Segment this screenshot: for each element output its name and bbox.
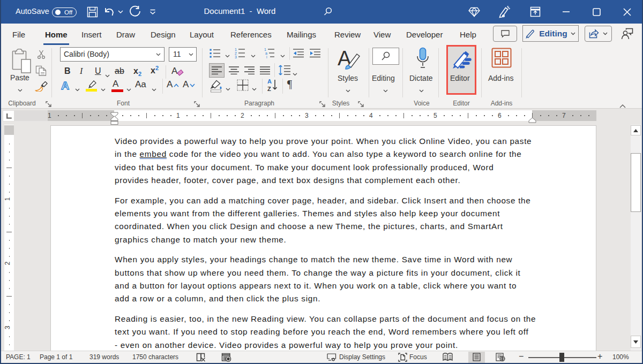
svg-text:A: A <box>171 66 178 76</box>
svg-text:A: A <box>61 80 69 92</box>
svg-text:Z: Z <box>267 86 271 92</box>
svg-text:a: a <box>265 51 267 55</box>
svg-text:1: 1 <box>235 48 237 51</box>
svg-text:A: A <box>267 78 272 85</box>
svg-text:2: 2 <box>235 51 237 55</box>
svg-text:1: 1 <box>264 48 266 51</box>
svg-text:3: 3 <box>235 55 237 59</box>
svg-text:i: i <box>266 55 267 59</box>
